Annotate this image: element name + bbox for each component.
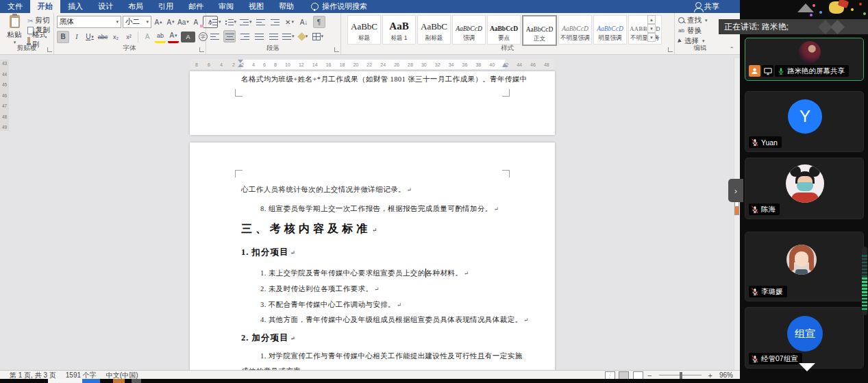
tab-review[interactable]: 审阅 (211, 0, 241, 13)
tab-design[interactable]: 设计 (90, 0, 121, 13)
italic-button[interactable]: I (71, 32, 82, 42)
panel-scroll-up-arrow[interactable] (797, 3, 814, 12)
web-layout-button[interactable] (633, 371, 643, 380)
sort-button[interactable]: A↓ (299, 16, 310, 27)
collapse-ribbon-button[interactable]: ⌃ (729, 46, 734, 53)
text-effects-button[interactable]: A (142, 32, 153, 42)
gallery-down-button[interactable]: ▼ (647, 24, 656, 33)
style-label: 不明显强调 (560, 34, 590, 42)
ruler-number: 6 (263, 62, 266, 67)
replace-button[interactable]: ab 替换 (678, 25, 708, 36)
underline-button[interactable]: U▾ (84, 32, 95, 42)
participant-tile-chenhai[interactable]: 陈海 (745, 158, 864, 219)
share-button[interactable]: 共享 (695, 1, 719, 12)
zoom-out-button[interactable]: − (647, 371, 652, 380)
participant-tile-yuan[interactable]: Y Yuan (745, 91, 864, 152)
style-card-subtle-emphasis[interactable]: AaBbCcD 不明显强调 (558, 15, 592, 45)
subscript-button[interactable]: x₂ (110, 32, 121, 42)
tab-file[interactable]: 文件 (0, 0, 30, 13)
character-shading-button[interactable]: A (181, 32, 195, 42)
participant-name: 陈海 (761, 205, 776, 214)
styles-dialog-launcher[interactable] (668, 47, 673, 52)
document-page-1[interactable]: 名格式均为班级+姓名+*月工作成果（如财管 1801 张三十一月工作成果）。青年… (190, 71, 555, 135)
change-case-button[interactable]: Aa▾ (177, 16, 189, 27)
tell-me-search[interactable]: 操作说明搜索 (322, 0, 375, 13)
zoom-slider-thumb[interactable] (680, 372, 682, 379)
font-family-combo[interactable]: 黑体 ▾ (57, 16, 121, 28)
mic-on-icon (777, 67, 785, 75)
justify-button[interactable] (253, 31, 264, 42)
tab-help[interactable]: 帮助 (271, 0, 301, 13)
increase-indent-button[interactable] (270, 16, 281, 27)
zoom-slider[interactable] (659, 375, 702, 376)
participant-tile-zuxuan[interactable]: 组宣 经管07组宣 (745, 307, 864, 369)
bullets-button[interactable]: ▾ (209, 16, 221, 27)
format-painter-button[interactable]: 格式刷 (27, 35, 53, 45)
style-card-subtle-reference[interactable]: AABBCCD 不明显参考 (628, 15, 662, 45)
style-card-intense-emphasis[interactable]: AaBbCcD 明显强调 (593, 15, 627, 45)
clear-formatting-button[interactable]: A (190, 16, 201, 27)
style-card-keypoint[interactable]: AaBbCcD 要点 (487, 15, 521, 45)
style-card-normal[interactable]: AaBbCcD 正文 (522, 15, 557, 46)
bold-button[interactable]: B (57, 31, 69, 43)
tab-home[interactable]: 开始 (30, 0, 60, 13)
style-card-heading1[interactable]: AaB 标题 1 (382, 15, 416, 45)
align-center-button[interactable] (223, 30, 236, 42)
font-size-combo[interactable]: 小二 ▾ (123, 16, 151, 28)
tab-layout[interactable]: 布局 (121, 0, 151, 13)
read-mode-button[interactable] (606, 372, 615, 379)
panel-scroll-down-arrow[interactable] (799, 363, 815, 371)
align-right-button[interactable] (239, 31, 250, 42)
gallery-up-button[interactable]: ▲ (647, 15, 656, 24)
panel-expand-tab[interactable]: › (728, 179, 743, 202)
cut-button[interactable]: ✂ 剪切 (27, 16, 53, 25)
paste-button[interactable]: 粘贴 ▾ (3, 15, 26, 45)
tab-insert[interactable]: 插入 (60, 0, 90, 13)
participant-tile-liluyuan[interactable]: 李璐媛 (745, 232, 864, 301)
borders-button[interactable]: ▾ (312, 31, 324, 42)
style-card-title[interactable]: AaBbC 标题 (347, 15, 381, 45)
multilevel-list-button[interactable]: ▾ (240, 16, 252, 27)
style-sample: AaBbCcD (562, 17, 588, 32)
horizontal-ruler[interactable]: 8642 24681012141618202224262830323436384… (190, 60, 555, 69)
asian-layout-button[interactable]: ✕▾ (284, 16, 295, 27)
group-font-label: 字体 (53, 44, 206, 53)
document-page-2[interactable]: 心工作人员将统计每次的上交情况并做详细记录。 8. 组宣委员每学期上交一次工作报… (190, 143, 555, 370)
clipboard-dialog-launcher[interactable] (47, 47, 52, 52)
grow-font-button[interactable]: A▴ (153, 16, 164, 27)
right-indent-marker[interactable] (502, 63, 508, 67)
zoom-level[interactable]: 96% (719, 371, 733, 379)
find-button[interactable]: 查找 ▾ (678, 15, 708, 25)
shrink-font-button[interactable]: A▾ (165, 16, 176, 27)
align-left-button[interactable] (209, 31, 220, 42)
margin-corner-mark (235, 170, 243, 177)
paragraph-dialog-launcher[interactable] (334, 47, 339, 52)
hanging-indent-marker[interactable] (238, 64, 243, 67)
style-card-emphasis[interactable]: AaBbCcD 强调 (452, 15, 486, 45)
print-layout-button[interactable] (619, 371, 629, 380)
decrease-indent-button[interactable] (256, 16, 266, 27)
doc-paragraph: 1. 对学院宣传工作与青年传媒中心相关工作能提出建设性及可行性且有一定实施 (260, 351, 523, 361)
first-line-indent-marker[interactable] (238, 60, 243, 63)
numbering-button[interactable]: ▾ (225, 16, 237, 27)
superscript-button[interactable]: x² (123, 32, 134, 42)
vertical-ruler[interactable]: 43444546474849 (0, 60, 9, 131)
line-spacing-button[interactable]: ▾ (282, 31, 295, 42)
distribute-button[interactable] (268, 31, 279, 42)
gallery-more-button[interactable]: ▼ (647, 33, 656, 42)
tab-view[interactable]: 视图 (241, 0, 271, 13)
style-card-subtitle[interactable]: AaBbC 副标题 (417, 15, 451, 45)
doc-paragraph: 1. 未上交学院及青年传媒中心要求组宣委员上交的各种材料。 (260, 269, 469, 278)
zoom-in-button[interactable]: + (708, 371, 712, 380)
person-icon (695, 2, 702, 8)
tab-references[interactable]: 引用 (151, 0, 181, 13)
show-marks-button[interactable]: ¶ (313, 16, 325, 28)
brush-icon (27, 37, 30, 43)
participant-tile-sharer[interactable]: 路米艳的屏幕共享 (745, 38, 864, 81)
tab-mailings[interactable]: 邮件 (181, 0, 211, 13)
highlight-button[interactable]: ab (155, 30, 166, 43)
strikethrough-button[interactable]: abc (97, 32, 108, 42)
font-color-button[interactable]: A▾ (168, 30, 179, 43)
font-dialog-launcher[interactable] (199, 47, 204, 52)
shading-button[interactable]: ▾ (298, 31, 309, 42)
